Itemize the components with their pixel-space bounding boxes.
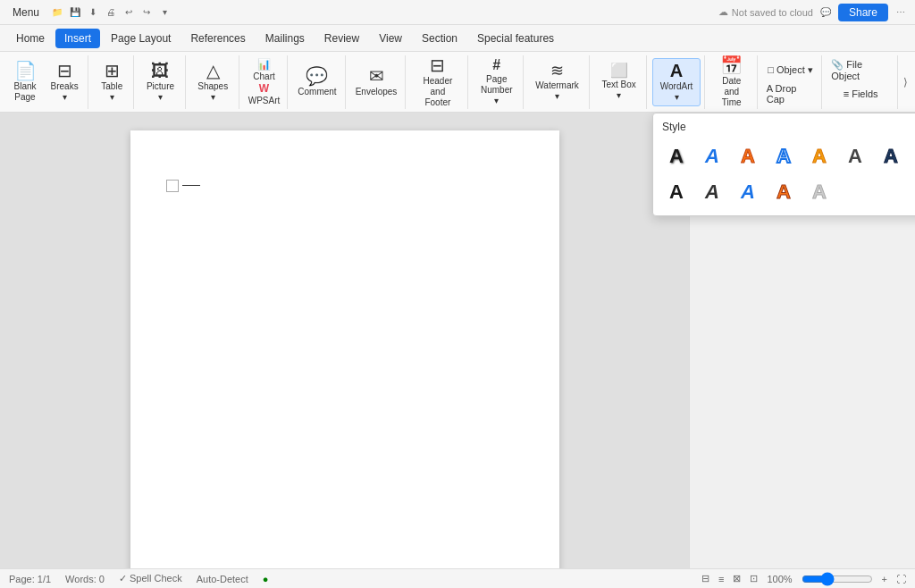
wordart-style-5[interactable]: A (803, 140, 835, 172)
header-footer-label: Header andFooter (416, 76, 459, 108)
wordart-icon: A (670, 62, 683, 80)
drop-cap-icon: A Drop Cap (767, 83, 815, 105)
datetime-icon: 📅 (720, 56, 743, 74)
print-icon[interactable]: 🖨 (104, 5, 118, 20)
zoom-slider[interactable] (802, 572, 873, 586)
chart-button[interactable]: 📊 Chart (245, 58, 284, 81)
wordart-style-6[interactable]: A (839, 140, 871, 172)
menu-button[interactable]: Menu (7, 4, 45, 21)
wordart-style-14[interactable]: A (768, 176, 800, 208)
shapes-button[interactable]: △ Shapes ▾ (191, 58, 235, 106)
tool-group-header-footer: ⊟ Header andFooter (407, 55, 468, 109)
watermark-button[interactable]: ≋ Watermark ▾ (529, 58, 585, 106)
table-icon: ⊞ (105, 62, 120, 80)
textbox-button[interactable]: ⬜ Text Box ▾ (595, 58, 642, 106)
spell-check-icon: ✓ (119, 573, 127, 584)
wordart-grid: A A A A A A A A A A A A A A A (660, 140, 915, 208)
envelopes-button[interactable]: ✉ Envelopes (351, 58, 402, 106)
page-number-label: PageNumber ▾ (478, 74, 515, 106)
wpsart-button[interactable]: W WPSArt (245, 82, 284, 105)
shapes-icon: △ (206, 62, 220, 80)
wordart-style-11[interactable]: A (660, 176, 693, 208)
wordart-style-4[interactable]: A (768, 140, 800, 172)
comment-icon: 💬 (306, 67, 328, 85)
redo-dropdown-icon[interactable]: ▾ (157, 5, 172, 20)
header-footer-button[interactable]: ⊟ Header andFooter (411, 58, 464, 106)
wordart-label: WordArt ▾ (658, 81, 694, 103)
title-bar-right: ☁ Not saved to cloud 💬 Share ⋯ (718, 4, 908, 21)
header-footer-icon: ⊟ (430, 56, 445, 74)
picture-button[interactable]: 🖼 Picture ▾ (139, 58, 180, 106)
envelopes-icon: ✉ (369, 67, 384, 85)
wordart-style-1[interactable]: A (660, 140, 693, 172)
wpsart-label: WPSArt (248, 96, 281, 106)
document-page[interactable] (130, 130, 559, 568)
tab-special-features[interactable]: Special features (468, 29, 563, 48)
tool-group-page: 📄 BlankPage ⊟ Breaks ▾ (4, 55, 88, 109)
cursor-box (166, 180, 179, 192)
file-object-icon: 📎 File Object (831, 59, 890, 81)
zoom-in-icon[interactable]: + (882, 574, 887, 584)
breaks-button[interactable]: ⊟ Breaks ▾ (45, 58, 84, 106)
tool-group-chart: 📊 Chart W WPSArt (241, 55, 289, 109)
undo-icon[interactable]: ↩ (122, 5, 136, 20)
tab-view[interactable]: View (370, 29, 411, 48)
tab-review[interactable]: Review (315, 29, 368, 48)
object-button[interactable]: □ Object ▾ (763, 58, 818, 81)
share-button[interactable]: Share (838, 4, 888, 21)
word-count: Words: 0 (65, 574, 105, 584)
fullscreen-icon[interactable]: ⛶ (896, 574, 906, 584)
wordart-style-3[interactable]: A (732, 140, 764, 172)
cloud-icon: ☁ (718, 6, 728, 18)
wordart-style-15[interactable]: A (803, 176, 835, 208)
wordart-style-7[interactable]: A (875, 140, 907, 172)
page-number-icon: # (492, 58, 500, 72)
tab-page-layout[interactable]: Page Layout (102, 29, 180, 48)
save-pdf-icon[interactable]: ⬇ (86, 5, 100, 20)
tab-home[interactable]: Home (7, 29, 54, 48)
layout-icon-2[interactable]: ≡ (718, 574, 724, 584)
file-object-button[interactable]: 📎 File Object (827, 58, 894, 81)
object-icon: □ Object ▾ (768, 64, 813, 76)
tool-group-watermark: ≋ Watermark ▾ (525, 55, 590, 109)
green-dot: ● (263, 574, 269, 584)
tab-section[interactable]: Section (413, 29, 466, 48)
datetime-button[interactable]: 📅 Date andTime (710, 58, 753, 106)
open-icon[interactable]: 📁 (50, 5, 64, 20)
comment-button[interactable]: 💬 Comment (293, 58, 340, 106)
page-canvas[interactable] (0, 113, 689, 568)
toolbar-overflow-button[interactable]: ⟩ (900, 72, 911, 92)
envelopes-label: Envelopes (356, 87, 398, 97)
spell-check[interactable]: ✓ Spell Check (119, 573, 182, 584)
cursor-line (182, 185, 200, 186)
chart-label: Chart (253, 71, 274, 82)
comment-icon[interactable]: 💬 (818, 5, 833, 20)
wordart-style-13[interactable]: A (732, 176, 764, 208)
watermark-icon: ≋ (550, 63, 564, 79)
tool-group-envelopes: ✉ Envelopes (348, 55, 407, 109)
wordart-button[interactable]: A WordArt ▾ (652, 58, 700, 106)
layout-icon-4[interactable]: ⊡ (750, 573, 758, 584)
wordart-style-8[interactable]: A (911, 140, 915, 172)
chart-icon: 📊 (257, 58, 271, 71)
tool-group-page-number: # PageNumber ▾ (470, 55, 524, 109)
redo-icon[interactable]: ↪ (139, 5, 154, 20)
table-button[interactable]: ⊞ Table ▾ (94, 58, 130, 106)
page-number-button[interactable]: # PageNumber ▾ (474, 58, 519, 106)
blank-page-button[interactable]: 📄 BlankPage (7, 58, 43, 106)
drop-cap-button[interactable]: A Drop Cap (763, 82, 818, 105)
layout-icon-1[interactable]: ⊟ (701, 573, 709, 584)
picture-label: Picture ▾ (144, 81, 176, 103)
blank-page-icon: 📄 (14, 62, 37, 80)
fields-button[interactable]: ≡ Fields (827, 82, 894, 105)
wordart-style-2[interactable]: A (696, 140, 728, 172)
tab-mailings[interactable]: Mailings (256, 29, 314, 48)
tab-insert[interactable]: Insert (55, 29, 100, 48)
layout-icon-3[interactable]: ⊠ (733, 573, 741, 584)
picture-icon: 🖼 (151, 62, 169, 80)
language[interactable]: Auto-Detect (197, 574, 248, 584)
save-icon[interactable]: 💾 (68, 5, 82, 20)
tab-references[interactable]: References (181, 29, 254, 48)
wordart-style-12[interactable]: A (696, 176, 728, 208)
more-options-icon[interactable]: ⋯ (894, 5, 908, 20)
